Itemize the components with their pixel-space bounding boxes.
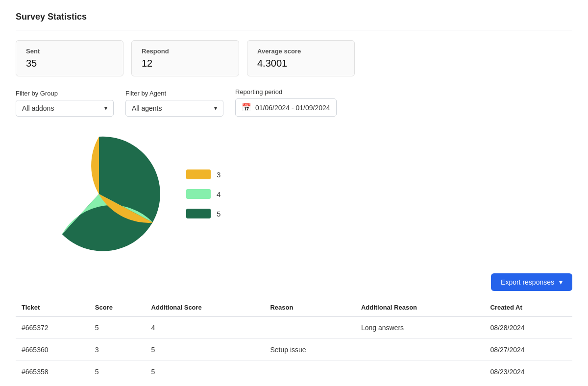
legend-label-3: 3	[217, 170, 220, 179]
legend-label-5: 5	[217, 210, 220, 218]
filter-period-input[interactable]: 📅 01/06/2024 - 01/09/2024	[235, 98, 337, 117]
cell-additional_reason	[355, 361, 485, 383]
filter-group-value: All addons	[22, 104, 54, 112]
legend-color-3	[186, 169, 211, 179]
cell-additional_reason	[355, 339, 485, 361]
table-row: #66537254Long answers08/28/2024	[16, 316, 572, 339]
filter-agent-value: All agents	[132, 104, 162, 112]
legend-label-4: 4	[217, 190, 220, 198]
cell-ticket: #665372	[16, 316, 89, 339]
stat-avg-score: Average score 4.3001	[247, 40, 355, 76]
col-header-additional-score: Additional Score	[146, 299, 265, 316]
filter-agent-label: Filter by Agent	[125, 90, 223, 97]
chart-legend: 3 4 5	[186, 169, 220, 218]
cell-ticket: #665360	[16, 339, 89, 361]
col-header-created-at: Created At	[484, 299, 572, 316]
cell-additional_score: 5	[146, 361, 265, 383]
filter-group-label: Filter by Group	[16, 90, 114, 97]
cell-reason	[264, 316, 355, 339]
stat-avg-score-value: 4.3001	[257, 58, 344, 69]
cell-created_at: 08/27/2024	[484, 339, 572, 361]
col-header-reason: Reason	[264, 299, 355, 316]
chevron-down-icon: ▾	[214, 105, 217, 112]
filter-group-agent: Filter by Agent All agents ▾	[125, 90, 223, 117]
cell-reason	[264, 361, 355, 383]
stat-sent: Sent 35	[16, 40, 123, 76]
cell-additional_score: 4	[146, 316, 265, 339]
cell-additional_reason: Long answers	[355, 316, 485, 339]
filter-period-label: Reporting period	[235, 88, 337, 96]
export-button-label: Export responses	[501, 278, 554, 286]
filters-row: Filter by Group All addons ▾ Filter by A…	[16, 88, 572, 117]
cell-created_at: 08/23/2024	[484, 361, 572, 383]
filter-period-value: 01/06/2024 - 01/09/2024	[255, 104, 330, 112]
cell-created_at: 08/28/2024	[484, 316, 572, 339]
col-header-ticket: Ticket	[16, 299, 89, 316]
cell-additional_score: 5	[146, 339, 265, 361]
export-row: Export responses ▾	[16, 273, 572, 291]
cell-score: 3	[89, 339, 146, 361]
filter-agent-select[interactable]: All agents ▾	[125, 100, 223, 117]
cell-ticket: #665358	[16, 361, 89, 383]
chevron-down-icon: ▾	[104, 105, 107, 112]
stats-row: Sent 35 Respond 12 Average score 4.3001	[16, 40, 572, 76]
cell-score: 5	[89, 361, 146, 383]
filter-group-group: Filter by Group All addons ▾	[16, 90, 114, 117]
chevron-down-icon: ▾	[559, 278, 563, 286]
legend-item-3: 3	[186, 169, 220, 179]
stat-respond-label: Respond	[142, 48, 229, 55]
legend-item-5: 5	[186, 209, 220, 218]
col-header-score: Score	[89, 299, 146, 316]
stat-sent-value: 35	[26, 58, 113, 69]
cell-reason: Setup issue	[264, 339, 355, 361]
table-row: #66536035Setup issue08/27/2024	[16, 339, 572, 361]
export-responses-button[interactable]: Export responses ▾	[491, 273, 572, 291]
legend-item-4: 4	[186, 189, 220, 199]
chart-section: 3 4 5	[16, 130, 572, 258]
calendar-icon: 📅	[242, 103, 251, 112]
stat-avg-score-label: Average score	[257, 48, 344, 55]
table-header-row: Ticket Score Additional Score Reason Add…	[16, 299, 572, 316]
pie-chart	[35, 130, 163, 258]
table-row: #6653585508/23/2024	[16, 361, 572, 383]
legend-color-5	[186, 209, 211, 218]
stat-sent-label: Sent	[26, 48, 113, 55]
filter-group-select[interactable]: All addons ▾	[16, 100, 114, 117]
filter-group-period: Reporting period 📅 01/06/2024 - 01/09/20…	[235, 88, 337, 117]
cell-score: 5	[89, 316, 146, 339]
col-header-additional-reason: Additional Reason	[355, 299, 485, 316]
stat-respond-value: 12	[142, 58, 229, 69]
stat-respond: Respond 12	[131, 40, 239, 76]
page-title: Survey Statistics	[16, 12, 572, 30]
responses-table: Ticket Score Additional Score Reason Add…	[16, 299, 572, 383]
legend-color-4	[186, 189, 211, 199]
